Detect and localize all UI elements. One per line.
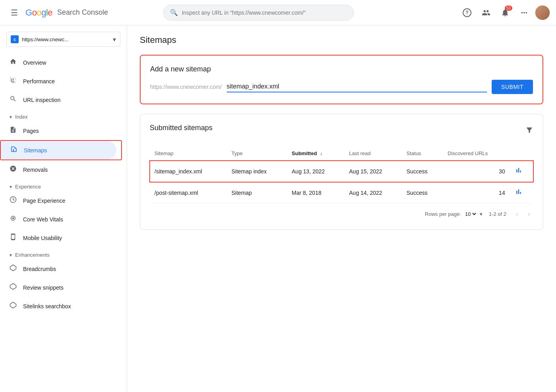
main-content: Sitemaps Add a new sitemap https://www.c… [127,25,556,392]
page-info: 1-2 of 2 [489,211,506,217]
col-discovered-urls: Discovered URLs [443,146,510,161]
enhancements-section-header[interactable]: ▾ Enhancements [0,247,127,259]
col-status: Status [402,146,443,161]
svg-marker-2 [10,265,16,271]
submitted-sitemaps-card: Submitted sitemaps Sitemap Type Submitte… [140,114,543,230]
pages-label: Pages [23,128,39,134]
cell-bar-icon[interactable] [510,161,533,182]
google-logo: Google [25,8,52,18]
table-header: Sitemap Type Submitted ↓ Last read Statu… [150,146,533,161]
site-dropdown-icon: ▾ [113,36,116,43]
sidebar-item-core-web-vitals[interactable]: Core Web Vitals [0,210,122,229]
app-title: Search Console [57,8,108,17]
sidebar-item-performance[interactable]: Performance [0,72,122,90]
cell-status: Success [402,182,443,204]
next-page-button[interactable]: › [525,208,533,220]
logo-o-yellow: o [37,8,41,18]
search-bar[interactable]: 🔍 [163,5,354,21]
topbar-left: ☰ Google Search Console [6,5,108,21]
svg-marker-3 [10,284,16,290]
cell-last-read: Aug 14, 2022 [344,182,402,204]
cell-last-read: Aug 15, 2022 [344,161,402,182]
search-icon: 🔍 [170,9,178,16]
submitted-sitemaps-title: Submitted sitemaps [150,124,212,132]
sitemaps-label: Sitemaps [24,147,47,154]
performance-label: Performance [23,78,55,85]
cell-bar-icon[interactable] [510,182,533,204]
hamburger-menu-button[interactable]: ☰ [6,5,22,21]
cell-discovered-urls: 30 [443,161,510,182]
col-sitemap: Sitemap [150,146,227,161]
sitemap-prefix: https://www.cnewcomer.com/ [150,84,222,90]
table-body: /sitemap_index.xml Sitemap index Aug 13,… [150,161,533,204]
rpp-dropdown-icon: ▾ [480,211,483,217]
sitelinks-searchbox-label: Sitelinks searchbox [23,303,71,309]
sidebar-item-url-inspection[interactable]: URL inspection [0,90,122,109]
pagination-row: Rows per page: 10 25 50 ▾ 1-2 of 2 ‹ › [150,204,533,220]
main-layout: c https://www.cnewc... ▾ Overview Perfor… [0,25,556,392]
grid-button[interactable] [516,5,532,21]
sort-arrow-icon: ↓ [320,151,322,156]
avatar[interactable] [535,6,550,20]
submitted-card-header: Submitted sitemaps [150,124,533,138]
sidebar-item-sitemaps[interactable]: Sitemaps [1,141,116,159]
logo-e-red: e [48,8,52,18]
cell-discovered-urls: 14 [443,182,510,204]
sidebar-item-page-experience[interactable]: Page Experience [0,191,122,210]
sidebar-item-removals[interactable]: Removals [0,160,122,179]
sidebar-item-review-snippets[interactable]: Review snippets [0,278,122,297]
index-section-header[interactable]: ▾ Index [0,109,127,121]
svg-point-1 [12,217,14,219]
logo-g-blue2: g [41,8,46,18]
search-input[interactable] [182,10,347,16]
cell-submitted: Aug 13, 2022 [287,161,345,182]
experience-arrow: ▾ [10,184,12,190]
bar-chart-icon[interactable] [515,168,523,176]
sitemap-url-input[interactable] [227,83,487,90]
sitemap-input-wrapper [227,81,487,92]
experience-section-header[interactable]: ▾ Experience [0,179,127,191]
site-selector[interactable]: c https://www.cnewc... ▾ [6,32,120,47]
rows-per-page: Rows per page: 10 25 50 ▾ [425,211,483,217]
notifications-button[interactable]: 53 [497,5,513,21]
table-row[interactable]: /post-sitemap.xml Sitemap Mar 8, 2018 Au… [150,182,533,204]
grid-icon [520,8,529,17]
sidebar-item-pages[interactable]: Pages [0,121,122,140]
sidebar-item-sitelinks-searchbox[interactable]: Sitelinks searchbox [0,297,122,315]
sidebar-item-mobile-usability[interactable]: Mobile Usability [0,229,122,247]
mobile-usability-label: Mobile Usability [23,235,62,241]
svg-marker-4 [10,302,16,308]
sidebar-item-overview[interactable]: Overview [0,53,122,72]
url-inspection-label: URL inspection [23,97,60,103]
index-arrow: ▾ [10,114,12,120]
enhancements-arrow: ▾ [10,252,12,258]
page-title: Sitemaps [140,35,543,45]
breadcrumbs-icon [10,264,17,273]
submit-sitemap-button[interactable]: SUBMIT [492,80,533,94]
notification-badge: 53 [505,6,512,11]
page-experience-icon [10,196,17,205]
breadcrumbs-label: Breadcrumbs [23,266,56,272]
sitelinks-searchbox-icon [10,302,17,311]
bar-chart-icon[interactable] [515,189,523,197]
sitemaps-highlight: Sitemaps [0,140,122,160]
topbar-actions: ? 53 [459,5,550,21]
filter-icon[interactable] [525,126,533,136]
cell-sitemap: /sitemap_index.xml [150,161,227,182]
sidebar: c https://www.cnewc... ▾ Overview Perfor… [0,25,127,392]
enhancements-section-label: Enhancements [15,252,50,258]
performance-icon [10,77,17,86]
manage-users-icon [482,8,490,17]
core-web-vitals-label: Core Web Vitals [23,216,63,223]
manage-users-button[interactable] [478,5,494,21]
rows-per-page-select[interactable]: 10 25 50 [463,211,477,217]
help-button[interactable]: ? [459,5,475,21]
core-web-vitals-icon [10,215,17,224]
prev-page-button[interactable]: ‹ [513,208,521,220]
col-actions [510,146,533,161]
sidebar-item-breadcrumbs[interactable]: Breadcrumbs [0,259,122,278]
url-inspection-icon [10,95,17,104]
col-last-read: Last read [344,146,402,161]
table-row[interactable]: /sitemap_index.xml Sitemap index Aug 13,… [150,161,533,182]
topbar: ☰ Google Search Console 🔍 ? 53 [0,0,556,25]
